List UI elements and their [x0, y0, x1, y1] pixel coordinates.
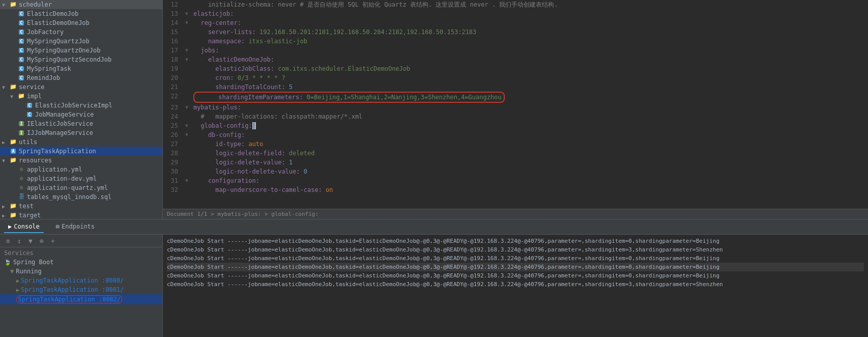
sidebar-item-JobManageService[interactable]: C JobManageService [0, 110, 162, 119]
code-line-23: 23▼mybatis-plus: [163, 103, 868, 112]
sidebar-item-utils[interactable]: ▶ 📁 utils [0, 137, 162, 147]
spring-boot-item[interactable]: 🍃 Spring Boot [0, 258, 162, 267]
sidebar-item-target[interactable]: ▶ 📁 target [0, 211, 162, 219]
app-instance-0[interactable]: ▶SpringTaskApplication :8080/ [0, 276, 162, 285]
tree-label: MySpringQuartzJob [27, 38, 90, 45]
app-label[interactable]: ▶SpringTaskApplication :8081/ [16, 286, 124, 293]
running-label: Running [16, 268, 42, 275]
filter-icon[interactable]: ▼ [26, 237, 35, 245]
collapse-all-icon[interactable]: ≡ [4, 237, 12, 245]
sidebar-item-application.yml[interactable]: ⚙ application.yml [0, 165, 162, 174]
sidebar-item-impl[interactable]: ▼ 📁 impl [0, 92, 162, 101]
code-line-28: 28 logic-delete-field: deleted [163, 149, 868, 158]
tree-label: ElasticDemoJob [27, 10, 78, 17]
line-content: id-type: auto [191, 139, 868, 149]
add-icon[interactable]: + [49, 237, 57, 245]
app-label[interactable]: ▶SpringTaskApplication :8080/ [16, 277, 124, 284]
line-content: shardingItemParameters: 0=Beijing,1=Shan… [191, 92, 868, 103]
app-instance-1[interactable]: ▶SpringTaskApplication :8081/ [0, 285, 162, 294]
app-instance-2[interactable]: SpringTaskApplication :8082/ [0, 294, 162, 304]
editor-content[interactable]: 12 initialize-schema: never # 是否自动使用 SQL… [163, 0, 868, 209]
sidebar-item-JobFactory[interactable]: C JobFactory [0, 27, 162, 37]
sidebar-item-application-dev.yml[interactable]: ⚙ application-dev.yml [0, 174, 162, 183]
services-container: ≡ ↕ ▼ ⊕ + Services 🍃 Spring Boot ▼ Runni… [0, 235, 868, 337]
sidebar-item-application-quartz.yml[interactable]: ⚙ application-quartz.yml [0, 183, 162, 192]
tree-icon-interface: I [17, 129, 25, 137]
sidebar-item-MySpringTask[interactable]: C MySpringTask [0, 64, 162, 73]
tree-label: utils [19, 138, 37, 146]
line-content: map-underscore-to-camel-case: on [191, 185, 868, 194]
top-area: ▼ 📁 scheduler C ElasticDemoJob C Elastic… [0, 0, 868, 219]
code-line-26: 26▼ db-config: [163, 130, 868, 139]
tab-console[interactable]: ▶ Console [4, 221, 44, 233]
tree-icon-class: C [17, 28, 25, 36]
line-number: 18 [163, 55, 182, 64]
tree-icon-folder: 📁 [9, 202, 17, 210]
tree-icon-folder: 📁 [9, 211, 17, 219]
line-content: elasticJobClass: com.itxs.scheduler.Elas… [191, 64, 868, 73]
sidebar-item-ElasticDemoJob[interactable]: C ElasticDemoJob [0, 9, 162, 18]
sidebar-item-IJJobManageService[interactable]: I IJJobManageService [0, 128, 162, 137]
tree-label: scheduler [19, 1, 52, 8]
tree-icon-folder: 📁 [17, 92, 25, 100]
tree-label: JobFactory [27, 29, 64, 36]
sidebar-item-MySpringQuartzJob[interactable]: C MySpringQuartzJob [0, 37, 162, 46]
sidebar-item-resources[interactable]: ▼ 📁 resources [0, 156, 162, 165]
tree-icon-sql: 🗄 [17, 193, 25, 201]
line-gutter [182, 185, 191, 194]
services-title: Services [0, 247, 162, 258]
spring-icon: 🍃 [4, 259, 11, 266]
code-line-13: 13▼elasticjob: [163, 9, 868, 18]
tree-label: impl [27, 93, 42, 100]
code-line-15: 15 server-lists: 192.168.50.201:2181,192… [163, 27, 868, 37]
code-line-25: 25▼ global-config:| [163, 121, 868, 130]
line-content: cron: 0/3 * * * * ? [191, 73, 868, 82]
line-gutter [182, 0, 191, 9]
sidebar-item-scheduler[interactable]: ▼ 📁 scheduler [0, 0, 162, 9]
sidebar-item-ElasticJobServiceImpl[interactable]: C ElasticJobServiceImpl [0, 101, 162, 110]
console-line-0: cDemoOneJob Start ------jobname=elasticD… [167, 237, 864, 245]
line-content: logic-delete-value: 1 [191, 158, 868, 167]
code-line-27: 27 id-type: auto [163, 139, 868, 149]
tree-label: application-dev.yml [27, 175, 97, 182]
tree-label: IJJobManageService [27, 129, 93, 136]
sidebar-item-service[interactable]: ▼ 📁 service [0, 82, 162, 92]
tab-endpoints[interactable]: ⊞ Endpoints [52, 221, 99, 233]
console-icon: ▶ [8, 223, 12, 230]
sidebar-item-MySpringQuartzOneJob[interactable]: C MySpringQuartzOneJob [0, 46, 162, 55]
tree-arrow: ▶ [2, 204, 9, 209]
line-gutter: ▼ [182, 9, 191, 18]
tree-icon-app: A [9, 147, 17, 155]
line-gutter: ▼ [182, 46, 191, 55]
running-item[interactable]: ▼ Running [0, 267, 162, 276]
code-line-30: 30 logic-not-delete-value: 0 [163, 167, 868, 176]
line-gutter [182, 27, 191, 37]
console-output[interactable]: cDemoOneJob Start ------jobname=elasticD… [163, 235, 868, 337]
line-content: server-lists: 192.168.50.201:2181,192.16… [191, 27, 868, 37]
line-gutter: ▼ [182, 130, 191, 139]
line-content: db-config: [191, 130, 868, 139]
sidebar-item-SpringTaskApplication[interactable]: A SpringTaskApplication [0, 147, 162, 156]
port-link[interactable]: SpringTaskApplication :8082/ [16, 295, 122, 303]
code-line-24: 24 # mapper-locations: classpath:mapper/… [163, 112, 868, 121]
tree-icon-class: C [17, 74, 25, 82]
line-content: jobs: [191, 46, 868, 55]
sidebar-item-IElasticJobService[interactable]: I IElasticJobService [0, 119, 162, 128]
tree-arrow: ▼ [2, 2, 9, 8]
line-content: logic-delete-field: deleted [191, 149, 868, 158]
sidebar-item-test[interactable]: ▶ 📁 test [0, 202, 162, 211]
line-number: 27 [163, 139, 182, 149]
tree-label: application-quartz.yml [27, 184, 108, 191]
sort-icon[interactable]: ↕ [15, 237, 23, 245]
sidebar-item-RemindJob[interactable]: C RemindJob [0, 73, 162, 82]
code-line-12: 12 initialize-schema: never # 是否自动使用 SQL… [163, 0, 868, 9]
sidebar-item-MySpringQuartzSecondJob[interactable]: C MySpringQuartzSecondJob [0, 55, 162, 64]
line-gutter [182, 158, 191, 167]
editor-area: 12 initialize-schema: never # 是否自动使用 SQL… [163, 0, 868, 219]
sidebar-item-tables_mysql_innodb.sql[interactable]: 🗄 tables_mysql_innodb.sql [0, 192, 162, 202]
line-number: 22 [163, 92, 182, 103]
console-line-1: cDemoOneJob Start ------jobname=elasticD… [167, 245, 864, 254]
pin-icon[interactable]: ⊕ [38, 237, 46, 245]
sidebar-item-ElasticDemoOneJob[interactable]: C ElasticDemoOneJob [0, 18, 162, 27]
line-number: 26 [163, 130, 182, 139]
